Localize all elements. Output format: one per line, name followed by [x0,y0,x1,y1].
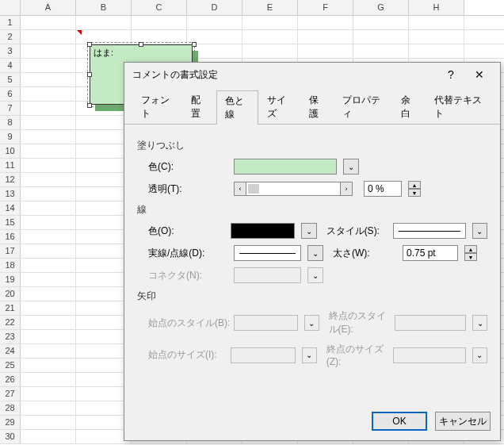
row-header[interactable]: 1 [0,16,21,29]
cell[interactable] [21,16,76,29]
row-header[interactable]: 7 [0,102,21,115]
cell[interactable] [242,44,298,58]
line-style-combo[interactable] [393,223,465,239]
row-header[interactable]: 17 [0,244,21,258]
tab-alt-text[interactable]: 代替テキスト [426,90,492,124]
row-header[interactable]: 16 [0,230,21,244]
cell[interactable] [132,16,187,29]
row-header[interactable]: 25 [0,359,21,372]
slider-left-icon[interactable]: ‹ [234,182,246,196]
dash-dropdown[interactable]: ⌄ [307,245,323,261]
cancel-button[interactable]: キャンセル [435,412,491,431]
cell[interactable] [21,259,76,272]
cell[interactable] [21,359,76,372]
row-header[interactable]: 23 [0,330,21,343]
resize-handle[interactable] [87,72,92,77]
resize-handle[interactable] [192,42,197,47]
col-header[interactable]: C [132,0,187,15]
row-header[interactable]: 14 [0,201,21,215]
col-header[interactable]: F [298,0,353,15]
cell[interactable] [21,144,76,158]
row-header[interactable]: 5 [0,73,21,86]
cell[interactable] [21,102,76,115]
cell[interactable] [353,44,409,58]
row-header[interactable]: 10 [0,144,21,158]
cell[interactable] [21,73,76,86]
cell[interactable] [21,301,76,315]
cell[interactable] [21,401,76,415]
row-header[interactable]: 30 [0,430,21,443]
cell[interactable] [21,230,76,244]
col-header[interactable]: H [409,0,464,15]
row-header[interactable]: 20 [0,287,21,301]
cell[interactable] [298,16,353,29]
cell[interactable] [409,16,464,29]
row-header[interactable]: 6 [0,87,21,101]
slider-thumb[interactable] [248,184,259,194]
cell[interactable] [409,30,464,44]
close-button[interactable]: ✕ [465,64,494,85]
cell[interactable] [21,430,76,443]
row-header[interactable]: 28 [0,401,21,415]
row-header[interactable]: 21 [0,301,21,315]
tab-alignment[interactable]: 配置 [182,90,216,124]
row-header[interactable]: 3 [0,44,21,58]
cell[interactable] [353,30,409,44]
line-color-swatch[interactable] [231,223,296,239]
row-header[interactable]: 24 [0,344,21,358]
cell[interactable] [21,387,76,401]
titlebar[interactable]: コメントの書式設定 ? ✕ [124,63,500,86]
col-header[interactable]: G [353,0,409,15]
weight-spinner[interactable]: ▲▼ [464,245,477,261]
cell[interactable] [21,330,76,343]
cell[interactable] [21,287,76,301]
cell[interactable] [409,44,464,58]
col-header[interactable]: A [21,0,76,15]
cell[interactable] [21,44,76,58]
tab-margins[interactable]: 余白 [392,90,426,124]
cell[interactable] [187,16,242,29]
cell[interactable] [21,344,76,358]
tab-colors-lines[interactable]: 色と線 [216,90,258,125]
resize-handle[interactable] [139,42,143,47]
resize-handle[interactable] [87,42,92,47]
slider-right-icon[interactable]: › [340,182,353,196]
cell[interactable] [298,30,353,44]
cell[interactable] [21,416,76,429]
ok-button[interactable]: OK [372,412,427,431]
weight-value[interactable]: 0.75 pt [403,245,458,261]
cell[interactable] [21,187,76,201]
cell[interactable] [21,116,76,129]
resize-handle[interactable] [87,103,92,108]
cell[interactable] [242,30,298,44]
cell[interactable] [21,59,76,72]
row-header[interactable]: 22 [0,316,21,329]
row-header[interactable]: 26 [0,373,21,386]
row-header[interactable]: 4 [0,59,21,72]
transparency-slider[interactable]: ‹ › [234,182,353,196]
row-header[interactable]: 27 [0,387,21,401]
row-header[interactable]: 2 [0,30,21,44]
row-header[interactable]: 11 [0,159,21,172]
cell[interactable] [21,130,76,144]
col-header[interactable]: D [187,0,242,15]
transparency-value[interactable]: 0 % [364,181,402,197]
fill-color-swatch[interactable] [234,159,337,175]
cell[interactable] [298,44,353,58]
cell[interactable] [21,87,76,101]
row-header[interactable]: 13 [0,187,21,201]
dash-combo[interactable] [234,245,301,261]
transparency-spinner[interactable]: ▲▼ [408,181,421,197]
tab-size[interactable]: サイズ [258,90,300,124]
row-header[interactable]: 18 [0,259,21,272]
fill-color-dropdown[interactable]: ⌄ [343,159,359,175]
header-corner[interactable] [0,0,21,15]
col-header[interactable]: B [76,0,132,15]
tab-properties[interactable]: プロパティ [334,90,391,124]
cell[interactable] [21,216,76,229]
cell[interactable] [242,16,298,29]
col-header[interactable]: E [242,0,298,15]
cell[interactable] [21,273,76,286]
line-color-dropdown[interactable]: ⌄ [301,223,316,239]
tab-protection[interactable]: 保護 [300,90,334,124]
